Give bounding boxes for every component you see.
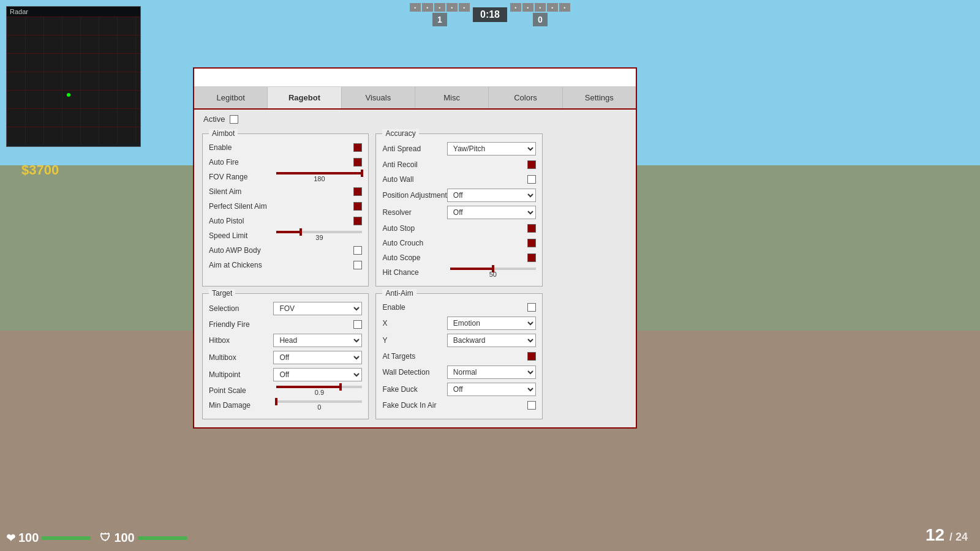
- tab-legitbot[interactable]: Legitbot: [194, 87, 268, 108]
- antiaim-fakeduckair-checkbox[interactable]: [527, 401, 536, 410]
- target-pointscale-row: Point Scale 0.9: [209, 383, 362, 398]
- aimbot-autofire-checkbox[interactable]: [353, 158, 362, 167]
- target-hitbox-label: Hitbox: [209, 336, 273, 345]
- accuracy-autocrouch-label: Auto Crouch: [382, 239, 527, 247]
- target-multibox-dropdown[interactable]: Off: [273, 351, 362, 364]
- radar-grid: [7, 17, 140, 144]
- aimbot-fov-slider[interactable]: 180: [276, 172, 362, 182]
- aimbot-chickens-label: Aim at Chickens: [209, 261, 353, 269]
- accuracy-autowall-checkbox[interactable]: [527, 175, 536, 184]
- antiaim-fakeduck-dropdown[interactable]: Off: [447, 383, 536, 396]
- target-hitbox-dropdown[interactable]: Head: [273, 334, 362, 347]
- player-icon-2: ▪: [422, 3, 433, 12]
- antiaim-enable-checkbox[interactable]: [527, 303, 536, 312]
- aimbot-chickens-checkbox[interactable]: [353, 261, 362, 269]
- antiaim-title: Anti-Aim: [382, 289, 416, 298]
- radar-panel: Radar: [6, 6, 141, 147]
- tab-ragebot[interactable]: Ragebot: [268, 87, 341, 108]
- accuracy-autostop-checkbox[interactable]: [527, 224, 536, 233]
- aimbot-autopistol-checkbox[interactable]: [353, 217, 362, 225]
- accuracy-autoscope-checkbox[interactable]: [527, 253, 536, 262]
- accuracy-antispread-row: Anti Spread Yaw/Pitch: [382, 140, 535, 157]
- tab-misc[interactable]: Misc: [415, 87, 489, 108]
- aimbot-awp-checkbox[interactable]: [353, 246, 362, 255]
- aimbot-fov-track[interactable]: [276, 172, 362, 174]
- aimbot-silent-label: Silent Aim: [209, 187, 353, 196]
- armor-display: 🛡 100: [100, 531, 186, 545]
- accuracy-antirecoil-checkbox[interactable]: [527, 160, 536, 169]
- target-selection-row: Selection FOV: [209, 300, 362, 317]
- accuracy-hitchance-label: Hit Chance: [382, 268, 450, 277]
- menu-panel: Legitbot Ragebot Visuals Misc Colors Set…: [193, 67, 637, 429]
- target-pointscale-track[interactable]: [276, 386, 362, 388]
- target-section: Target Selection FOV Friendly Fire Hitbo…: [202, 293, 369, 419]
- aimbot-autopistol-row: Auto Pistol: [209, 214, 362, 228]
- accuracy-section: Accuracy Anti Spread Yaw/Pitch Anti Reco…: [375, 133, 542, 287]
- accuracy-hitchance-slider[interactable]: 50: [450, 268, 536, 278]
- ammo-reserve: / 24: [949, 531, 968, 543]
- target-pointscale-fill: [276, 386, 341, 388]
- aimbot-enable-checkbox[interactable]: [353, 143, 362, 152]
- target-selection-dropdown[interactable]: FOV: [273, 302, 362, 315]
- accuracy-autocrouch-checkbox[interactable]: [527, 239, 536, 247]
- tab-colors[interactable]: Colors: [489, 87, 562, 108]
- accuracy-resolver-row: Resolver Off: [382, 204, 535, 221]
- accuracy-posadj-label: Position Adjustment: [382, 191, 447, 200]
- aimbot-autofire-label: Auto Fire: [209, 158, 353, 167]
- target-pointscale-slider[interactable]: 0.9: [276, 386, 362, 396]
- health-value: 100: [18, 531, 39, 545]
- antiaim-fakeduckair-label: Fake Duck In Air: [382, 401, 527, 410]
- aimbot-autopistol-label: Auto Pistol: [209, 217, 353, 225]
- aimbot-fov-label: FOV Range: [209, 173, 276, 181]
- antiaim-attargets-label: At Targets: [382, 352, 527, 361]
- target-multibox-row: Multibox Off: [209, 349, 362, 366]
- accuracy-autostop-row: Auto Stop: [382, 221, 535, 236]
- accuracy-hitchance-track[interactable]: [450, 268, 536, 270]
- accuracy-autowall-row: Auto Wall: [382, 172, 535, 187]
- aimbot-silent-checkbox[interactable]: [353, 187, 362, 196]
- antiaim-x-dropdown[interactable]: Emotion: [447, 317, 536, 330]
- accuracy-resolver-dropdown[interactable]: Off: [447, 206, 536, 219]
- active-checkbox[interactable]: [230, 115, 238, 124]
- aimbot-speed-fill: [276, 231, 300, 233]
- player-icon-4: ▪: [447, 3, 458, 12]
- antiaim-section: Anti-Aim Enable X Emotion Y Backward: [375, 293, 542, 419]
- aimbot-awp-label: Auto AWP Body: [209, 246, 353, 255]
- accuracy-antispread-dropdown[interactable]: Yaw/Pitch: [447, 142, 536, 156]
- accuracy-autoscope-row: Auto Scope: [382, 250, 535, 265]
- antiaim-y-row: Y Backward: [382, 332, 535, 349]
- hud-bottom: ❤ 100 🛡 100: [6, 531, 187, 545]
- antiaim-enable-label: Enable: [382, 303, 527, 312]
- target-multipoint-dropdown[interactable]: Off: [273, 368, 362, 381]
- antiaim-y-label: Y: [382, 336, 447, 345]
- antiaim-x-row: X Emotion: [382, 315, 535, 332]
- aimbot-speed-slider[interactable]: 39: [276, 231, 362, 241]
- target-pointscale-value: 0.9: [315, 389, 324, 396]
- accuracy-antispread-label: Anti Spread: [382, 144, 447, 153]
- antiaim-walldetect-label: Wall Detection: [382, 368, 447, 377]
- tab-visuals[interactable]: Visuals: [342, 87, 415, 108]
- aimbot-fov-value: 180: [314, 175, 325, 182]
- antiaim-y-dropdown[interactable]: Backward: [447, 334, 536, 347]
- antiaim-fakeduck-row: Fake Duck Off: [382, 381, 535, 398]
- tab-settings[interactable]: Settings: [563, 87, 636, 108]
- aimbot-perfectsilent-checkbox[interactable]: [353, 202, 362, 211]
- active-label: Active: [203, 114, 225, 124]
- content-area: Aimbot Enable Auto Fire FOV Range: [194, 129, 636, 423]
- antiaim-walldetect-dropdown[interactable]: Normal: [447, 365, 536, 379]
- radar-title: Radar: [7, 7, 140, 17]
- aimbot-speed-track[interactable]: [276, 231, 362, 233]
- armor-bar: [138, 536, 187, 540]
- antiaim-enable-row: Enable: [382, 300, 535, 315]
- accuracy-antirecoil-label: Anti Recoil: [382, 160, 527, 169]
- target-mindamage-track[interactable]: [276, 400, 362, 403]
- menu-top-bar: [194, 69, 636, 87]
- target-friendlyfire-checkbox[interactable]: [353, 320, 362, 329]
- target-friendlyfire-row: Friendly Fire: [209, 317, 362, 332]
- accuracy-autowall-label: Auto Wall: [382, 175, 527, 184]
- accuracy-posadj-dropdown[interactable]: Off: [447, 189, 536, 202]
- player-icon-5: ▪: [459, 3, 470, 12]
- ammo-current: 12: [925, 525, 944, 544]
- antiaim-attargets-checkbox[interactable]: [527, 352, 536, 361]
- target-mindamage-slider[interactable]: 0: [276, 400, 362, 411]
